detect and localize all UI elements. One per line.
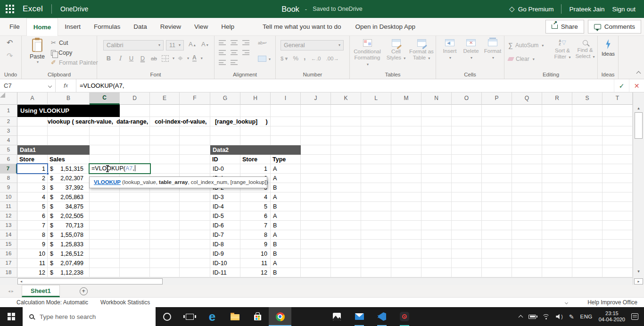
wrap-text-button[interactable]: ab↩	[258, 40, 267, 45]
find-select-button[interactable]: Find & Select ▾	[573, 39, 597, 60]
cell-I15[interactable]: B	[271, 240, 301, 249]
tab-data[interactable]: Data	[127, 18, 154, 36]
column-header-J[interactable]: J	[301, 92, 331, 105]
cell-B7[interactable]: 1,51,315	[48, 164, 90, 174]
calculation-mode-status[interactable]: Calculation Mode: Automatic	[17, 299, 88, 306]
comments-button[interactable]: Comments	[588, 20, 641, 33]
tray-expand-icon[interactable]	[519, 315, 523, 320]
grow-font-button[interactable]: A▴	[189, 41, 196, 48]
column-header-N[interactable]: N	[421, 92, 452, 105]
cell-B17[interactable]: 2,07,499	[48, 259, 90, 268]
number-format-select[interactable]: General▾	[281, 40, 344, 50]
row-header-14[interactable]: 14	[0, 230, 17, 240]
clear-button[interactable]: Clear▾	[508, 56, 535, 62]
horizontal-scrollbar[interactable]: ◂	[0, 277, 633, 285]
cell-A12[interactable]: 6	[17, 211, 48, 221]
chrome-button[interactable]	[269, 307, 291, 326]
align-center-button[interactable]	[231, 50, 238, 55]
collapse-ribbon-button[interactable]	[636, 71, 641, 76]
cortana-button[interactable]	[156, 307, 178, 326]
row-header-9[interactable]: 9	[0, 183, 17, 192]
strikethrough-button[interactable]: ab	[149, 56, 159, 61]
previous-sheet-arrow[interactable]: ◂ ▸	[7, 289, 15, 293]
column-header-K[interactable]: K	[331, 92, 361, 105]
cell-A11[interactable]: 5	[17, 202, 48, 211]
align-right-button[interactable]	[242, 50, 249, 55]
share-button[interactable]: Share	[545, 20, 584, 33]
column-header-I[interactable]: I	[271, 92, 301, 105]
tab-review[interactable]: Review	[154, 18, 188, 36]
column-header-M[interactable]: M	[391, 92, 421, 105]
cell-styles-button[interactable]: Cell Styles ▾	[385, 39, 407, 61]
bottom-align-button[interactable]	[242, 40, 249, 45]
cell-I16[interactable]: B	[271, 249, 301, 259]
cell-B9[interactable]: 37,392	[48, 183, 90, 192]
ideas-button[interactable]: Ideas	[599, 39, 617, 57]
merge-center-button[interactable]	[258, 56, 266, 62]
cut-button[interactable]: ✂ Cut	[51, 38, 98, 48]
row-header-8[interactable]: 8	[0, 174, 17, 183]
cell-B14[interactable]: 1,55,078	[48, 230, 90, 240]
row-header-6[interactable]: 6	[0, 155, 17, 164]
cell-A9[interactable]: 3	[17, 183, 48, 192]
vlookup-help-link[interactable]: VLOOKUP	[94, 179, 121, 185]
header-cell-store[interactable]: Store	[17, 155, 48, 164]
row-header-15[interactable]: 15	[0, 240, 17, 249]
user-name[interactable]: Prateek Jain	[569, 6, 604, 13]
tab-home[interactable]: Home	[26, 18, 58, 36]
delete-cells-button[interactable]: ✕ Delete▾	[461, 39, 481, 61]
data1-title-cell[interactable]: Data1	[17, 145, 90, 155]
vscode-button[interactable]	[371, 307, 393, 326]
save-status[interactable]: Saved to OneDrive	[313, 6, 363, 12]
cell-B10[interactable]: 2,05,863	[48, 192, 90, 202]
tab-insert[interactable]: Insert	[58, 18, 87, 36]
cell-I12[interactable]: A	[271, 211, 301, 221]
tab-formulas[interactable]: Formulas	[87, 18, 127, 36]
decrease-decimal-button[interactable]: .00→	[326, 56, 339, 61]
cell-A17[interactable]: 11	[17, 259, 48, 268]
workbook-statistics-button[interactable]: Workbook Statistics	[100, 299, 150, 306]
cell-title-A1[interactable]: Using VLOOKUP	[17, 105, 120, 117]
header-cell-sales[interactable]: Sales	[48, 155, 90, 164]
row-header-5[interactable]: 5	[0, 145, 17, 155]
cell-B18[interactable]: 1,12,238	[48, 268, 90, 277]
sign-out-link[interactable]: Sign out	[612, 6, 636, 13]
cell-I10[interactable]: A	[271, 192, 301, 202]
increase-indent-button[interactable]	[231, 60, 238, 65]
cell-B12[interactable]: 2,02,505	[48, 211, 90, 221]
open-in-desktop-button[interactable]: Open in Desktop App	[355, 23, 416, 30]
microsoft-store-button[interactable]	[246, 307, 269, 326]
vertical-scroll-thumb[interactable]	[635, 112, 643, 139]
vertical-scrollbar[interactable]: ▴ ▾ ▸	[633, 92, 644, 285]
column-header-C[interactable]: C	[90, 92, 120, 105]
redo-button[interactable]: ↷	[7, 51, 13, 60]
column-header-T[interactable]: T	[603, 92, 633, 105]
cell-G15[interactable]: ID-8	[210, 240, 240, 249]
cell-A16[interactable]: 10	[17, 249, 48, 259]
cell-H12[interactable]: 6	[240, 211, 271, 221]
go-premium-link[interactable]: Go Premium	[518, 6, 554, 13]
italic-button[interactable]: I	[115, 55, 125, 62]
currency-format-button[interactable]: $ ▾	[281, 55, 288, 62]
percent-format-button[interactable]: %	[293, 55, 298, 62]
cell-H10[interactable]: 4	[240, 192, 271, 202]
font-color-button[interactable]: A	[192, 55, 197, 62]
chevron-down-icon[interactable]	[565, 301, 568, 304]
column-header-Q[interactable]: Q	[512, 92, 542, 105]
insert-cells-button[interactable]: ◀ Insert▾	[440, 39, 460, 61]
name-box[interactable]: C7	[0, 79, 56, 92]
cell-I13[interactable]: B	[271, 221, 301, 230]
cell-G14[interactable]: ID-7	[210, 230, 240, 240]
cell-A8[interactable]: 2	[17, 174, 48, 183]
app-name[interactable]: Excel	[23, 4, 43, 14]
scroll-left-arrow[interactable]: ◂	[20, 279, 22, 284]
formula-input[interactable]: =VLOOKUP(A7,	[76, 79, 614, 92]
document-name[interactable]: Book	[281, 5, 299, 14]
shrink-font-button[interactable]: A▾	[201, 41, 208, 48]
copy-button[interactable]: Copy	[51, 48, 98, 58]
row-header-16[interactable]: 16	[0, 249, 17, 259]
editing-cell-C7[interactable]: =VLOOKUP(A7,	[89, 163, 151, 174]
double-underline-button[interactable]: D	[138, 55, 148, 62]
column-header-S[interactable]: S	[572, 92, 603, 105]
cell-H14[interactable]: 8	[240, 230, 271, 240]
